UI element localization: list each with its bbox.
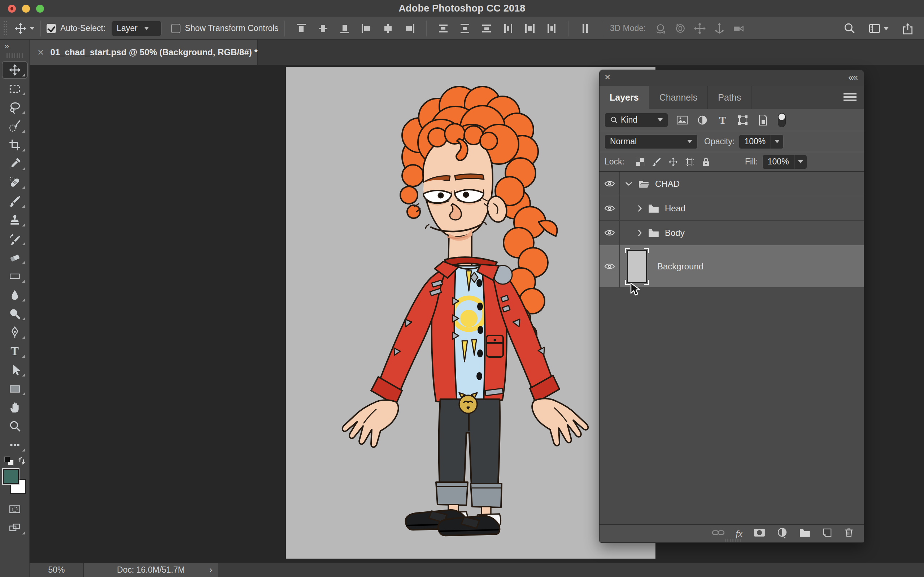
tool-rectangle[interactable] [0,379,30,398]
tab-channels[interactable]: Channels [649,86,708,109]
zoom-window-button[interactable] [36,5,44,13]
quick-mask-button[interactable] [0,500,30,519]
document-size-field[interactable]: Doc: 16.0M/51.7M › [84,563,218,577]
filter-shape-layers-icon[interactable] [737,114,749,126]
options-bar-grip[interactable] [3,21,8,36]
lock-artboard-icon[interactable] [685,157,695,167]
tab-paths[interactable]: Paths [708,86,751,109]
lock-transparency-icon[interactable] [636,158,645,166]
chevron-down-icon[interactable] [625,181,633,187]
tools-panel-grip[interactable] [6,53,23,58]
foreground-color-swatch[interactable] [3,469,19,484]
close-panel-icon[interactable]: × [604,71,611,83]
align-horizontal-centers-button[interactable] [383,23,393,34]
share-icon[interactable] [901,23,914,35]
layer-row-body[interactable]: Body [599,221,864,245]
expand-tools-button[interactable]: » [0,40,29,52]
layer-row-head[interactable]: Head [599,196,864,221]
auto-select-target-dropdown[interactable]: Layer [111,21,162,36]
tab-layers[interactable]: Layers [599,86,649,109]
visibility-toggle[interactable] [599,172,620,196]
screen-mode-button[interactable] [0,519,30,537]
distribute-bottom-edges-button[interactable] [481,23,492,34]
tool-spot-healing-brush[interactable] [0,173,30,192]
distribute-spacing-button[interactable] [580,23,591,34]
distribute-top-edges-button[interactable] [438,23,449,34]
tool-clone-stamp[interactable] [0,211,30,229]
tool-hand[interactable] [0,398,30,417]
opacity-field[interactable]: 100% [739,134,783,149]
layer-style-icon[interactable]: fx [736,528,743,539]
current-tool-preset[interactable] [15,23,35,35]
tool-eyedropper[interactable] [0,154,30,173]
visibility-toggle[interactable] [599,221,620,245]
distribute-horizontal-centers-button[interactable] [525,23,535,34]
filter-adjustment-layers-icon[interactable] [696,114,709,126]
layer-row-background[interactable]: Background [599,245,864,288]
tool-move[interactable] [0,61,30,79]
collapse-panel-icon[interactable]: «« [848,72,857,83]
visibility-toggle[interactable] [599,245,620,287]
default-colors-icon[interactable] [4,456,10,462]
adjustment-layer-icon[interactable] [776,527,788,541]
edit-toolbar-button[interactable] [0,436,30,455]
3d-pan-icon[interactable] [694,23,706,35]
close-tab-icon[interactable]: × [37,47,44,58]
visibility-toggle[interactable] [599,196,620,220]
swap-colors-icon[interactable] [17,456,26,465]
minimize-window-button[interactable] [22,5,30,13]
3d-slide-icon[interactable] [713,23,725,35]
tool-eraser[interactable] [0,248,30,267]
distribute-left-edges-button[interactable] [503,23,514,34]
layer-row-chad[interactable]: CHAD [599,172,864,196]
delete-layer-icon[interactable] [843,527,855,540]
tool-history-brush[interactable] [0,229,30,248]
3d-camera-icon[interactable] [733,23,745,35]
3d-roll-icon[interactable] [674,23,687,35]
lock-position-icon[interactable] [669,157,678,167]
tool-crop[interactable] [0,135,30,154]
zoom-level-field[interactable]: 50% [30,563,84,577]
chevron-right-icon[interactable] [637,205,643,213]
document-tab[interactable]: × 01_chad_start.psd @ 50% (Background, R… [30,40,258,65]
new-group-icon[interactable] [799,528,811,540]
layers-panel-header[interactable]: × «« [599,70,864,86]
distribute-right-edges-button[interactable] [546,23,557,34]
lock-image-icon[interactable] [652,157,661,167]
align-left-edges-button[interactable] [361,23,372,34]
panel-resize-grip[interactable] [725,539,741,542]
panel-menu-icon[interactable] [843,93,856,102]
tool-quick-selection[interactable] [0,117,30,135]
filter-smart-objects-icon[interactable] [757,114,769,126]
link-layers-icon[interactable] [712,529,725,539]
add-layer-mask-icon[interactable] [753,528,766,540]
layer-list-empty-area[interactable] [599,288,864,524]
tool-blur[interactable] [0,285,30,305]
fill-field[interactable]: 100% [762,155,807,169]
auto-select-checkbox[interactable] [47,24,56,33]
tool-brush[interactable] [0,192,30,211]
lock-all-icon[interactable] [702,157,710,167]
tool-rectangular-marquee[interactable] [0,79,30,98]
tool-dodge[interactable] [0,305,30,323]
filter-pixel-layers-icon[interactable] [676,114,688,126]
align-vertical-centers-button[interactable] [318,23,328,34]
chevron-right-icon[interactable] [637,229,643,237]
blend-mode-dropdown[interactable]: Normal [604,134,698,149]
distribute-vertical-centers-button[interactable] [459,23,470,34]
align-right-edges-button[interactable] [404,23,415,34]
tool-gradient[interactable] [0,267,30,285]
3d-rotate-icon[interactable] [655,23,667,35]
align-bottom-edges-button[interactable] [339,23,350,34]
filter-type-layers-icon[interactable]: T [716,114,729,126]
layer-thumbnail[interactable] [627,250,647,283]
workspace-switcher[interactable] [868,23,888,35]
new-layer-icon[interactable] [822,527,833,540]
search-icon[interactable] [843,23,855,35]
tool-pen[interactable] [0,323,30,342]
filter-kind-dropdown[interactable]: Kind [604,113,668,127]
tool-path-selection[interactable] [0,361,30,379]
tool-zoom[interactable] [0,417,30,436]
tool-type[interactable]: T [0,342,30,361]
filter-toggle-switch[interactable] [778,113,786,127]
